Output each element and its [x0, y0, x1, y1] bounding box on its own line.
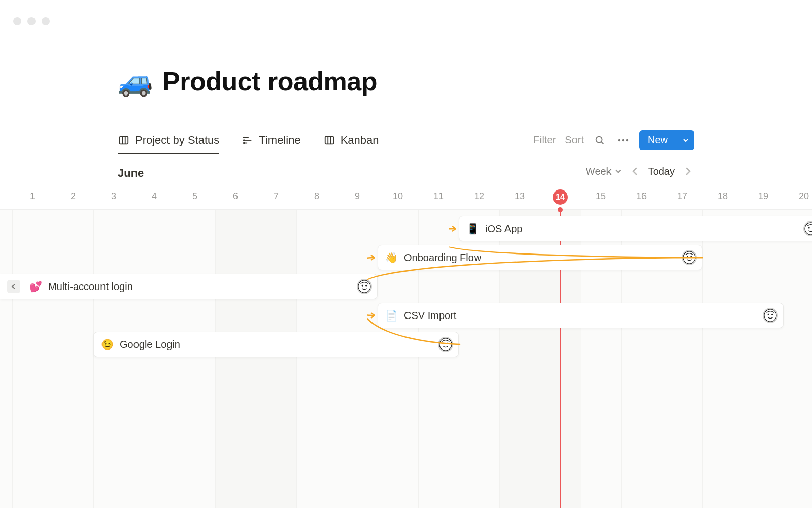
page-header: 🚙 Product roadmap	[0, 66, 812, 97]
grid-line	[337, 210, 337, 508]
assignee-avatar[interactable]	[763, 308, 778, 323]
assignee-avatar[interactable]	[438, 337, 453, 352]
traffic-light-close[interactable]	[13, 17, 21, 25]
date-column-12: 12	[459, 191, 499, 202]
task-emoji: 💕	[29, 280, 42, 293]
traffic-light-minimize[interactable]	[27, 17, 36, 25]
date-column-10: 10	[378, 191, 418, 202]
svg-point-24	[362, 285, 363, 287]
sort-button[interactable]: Sort	[565, 134, 584, 146]
assignee-avatar[interactable]	[682, 250, 697, 265]
tab-timeline[interactable]: Timeline	[242, 126, 300, 154]
prev-week-button[interactable]	[629, 165, 641, 178]
date-column-16: 16	[621, 191, 662, 202]
task-card-csv-import[interactable]: 📄CSV Import	[378, 303, 784, 328]
svg-point-18	[808, 227, 810, 229]
svg-point-28	[771, 314, 773, 315]
grid-line	[256, 210, 256, 508]
grid-line	[12, 210, 13, 508]
grid-line	[743, 210, 743, 508]
date-column-2: 2	[53, 191, 93, 202]
svg-rect-0	[120, 136, 128, 144]
tab-label: Timeline	[259, 134, 300, 147]
tab-kanban[interactable]: Kanban	[323, 126, 379, 154]
new-button[interactable]: New	[639, 130, 676, 150]
timeline-icon	[242, 134, 254, 146]
tab-label: Project by Status	[135, 134, 219, 147]
assignee-avatar[interactable]	[803, 221, 812, 236]
svg-point-8	[244, 142, 245, 143]
task-emoji: 👋	[385, 251, 398, 264]
svg-point-14	[618, 139, 620, 141]
date-column-19: 19	[743, 191, 784, 202]
task-card-multi-account[interactable]: 💕Multi-account login	[0, 274, 378, 299]
date-column-6: 6	[215, 191, 256, 202]
chevron-down-icon	[615, 168, 622, 175]
tab-project-by-status[interactable]: Project by Status	[118, 126, 219, 154]
svg-point-22	[690, 256, 692, 258]
svg-point-6	[244, 137, 245, 138]
date-column-9: 9	[337, 191, 378, 202]
grid-line	[53, 210, 53, 508]
traffic-light-zoom[interactable]	[42, 17, 50, 25]
board-icon	[323, 134, 335, 146]
task-title: Onboarding Flow	[404, 252, 675, 264]
filter-button[interactable]: Filter	[533, 134, 556, 146]
date-column-7: 7	[256, 191, 296, 202]
timeline-canvas[interactable]: 📱iOS App👋Onboarding Flow💕Multi-account l…	[0, 209, 812, 508]
svg-point-30	[443, 343, 445, 344]
task-card-ios-app[interactable]: 📱iOS App	[459, 216, 812, 241]
task-title: iOS App	[485, 223, 797, 235]
task-emoji: 📄	[385, 309, 398, 322]
svg-line-13	[601, 141, 603, 143]
svg-point-21	[687, 256, 688, 258]
assignee-avatar[interactable]	[357, 279, 372, 294]
scroll-back-icon[interactable]	[7, 280, 20, 293]
task-title: CSV Import	[404, 310, 757, 322]
grid-line	[702, 210, 703, 508]
date-column-18: 18	[702, 191, 743, 202]
task-emoji: 📱	[466, 223, 479, 235]
grid-line	[296, 210, 297, 508]
svg-point-27	[768, 314, 769, 315]
svg-point-7	[244, 140, 245, 141]
svg-point-31	[447, 343, 448, 344]
search-icon[interactable]	[593, 133, 607, 147]
date-column-13: 13	[499, 191, 540, 202]
task-emoji: 😉	[101, 338, 114, 351]
date-column-4: 4	[134, 191, 175, 202]
date-column-8: 8	[296, 191, 337, 202]
grid-line	[215, 210, 216, 508]
task-card-google-login[interactable]: 😉Google Login	[93, 332, 459, 357]
page-title[interactable]: Product roadmap	[162, 66, 377, 97]
svg-point-16	[626, 139, 628, 141]
grid-line	[175, 210, 175, 508]
new-button-dropdown[interactable]	[676, 130, 694, 150]
task-card-onboarding[interactable]: 👋Onboarding Flow	[378, 245, 702, 270]
date-column-5: 5	[175, 191, 215, 202]
month-label: June	[118, 167, 144, 180]
next-week-button[interactable]	[682, 165, 694, 178]
window-controls	[13, 17, 50, 25]
grid-line	[93, 210, 94, 508]
date-column-15: 15	[581, 191, 621, 202]
svg-point-15	[622, 139, 624, 141]
today-date-marker: 14	[553, 189, 568, 205]
view-tabs-bar: Project by Status Timeline Kanban Filter…	[0, 126, 812, 154]
date-ruler: 1234567891011121314151617181920	[0, 191, 812, 206]
date-column-3: 3	[93, 191, 134, 202]
date-column-11: 11	[418, 191, 459, 202]
tab-label: Kanban	[341, 134, 379, 147]
timeline-controls: June Week Today	[0, 163, 812, 187]
range-selector[interactable]: Week	[586, 166, 622, 177]
board-icon	[118, 134, 130, 146]
today-button[interactable]: Today	[648, 166, 675, 177]
task-title: Google Login	[120, 339, 432, 351]
task-title: Multi-account login	[48, 281, 351, 293]
more-icon[interactable]	[616, 133, 630, 147]
new-button-group: New	[639, 130, 694, 150]
date-column-1: 1	[12, 191, 53, 202]
page-emoji[interactable]: 🚙	[118, 67, 153, 96]
grid-line	[784, 210, 784, 508]
svg-point-12	[596, 136, 602, 142]
